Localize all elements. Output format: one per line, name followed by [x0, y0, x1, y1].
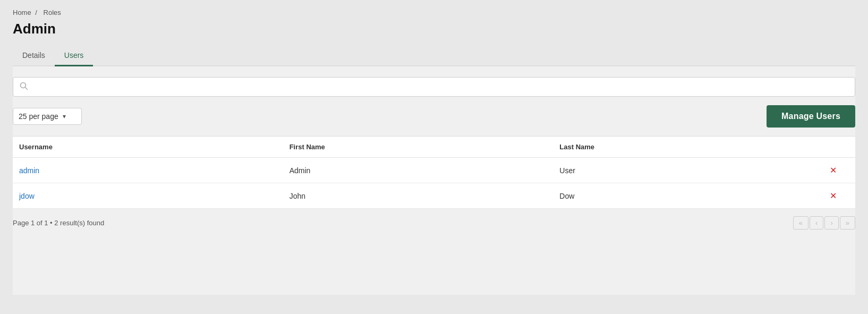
breadcrumb-home[interactable]: Home	[13, 9, 31, 16]
col-username: Username	[13, 143, 283, 151]
table-row: jdow John Dow ✕	[13, 183, 855, 209]
cell-first-name-2: John	[283, 192, 554, 200]
svg-line-1	[25, 88, 28, 90]
table-row: admin Admin User ✕	[13, 158, 855, 183]
col-first-name: First Name	[283, 143, 554, 151]
tabs-container: Details Users	[13, 46, 855, 66]
pagination-bar: Page 1 of 1 • 2 result(s) found « ‹ › »	[13, 209, 855, 237]
cell-username-1: admin	[13, 166, 283, 175]
remove-user-button-1[interactable]: ✕	[830, 165, 837, 175]
cell-action-1: ✕	[823, 165, 855, 175]
col-last-name: Last Name	[553, 143, 823, 151]
pagination-next-button[interactable]: ›	[824, 216, 838, 230]
search-icon	[20, 82, 28, 92]
tab-details[interactable]: Details	[13, 46, 55, 66]
manage-users-button[interactable]: Manage Users	[767, 105, 855, 128]
content-area: 25 per page ▾ Manage Users Username Firs…	[13, 66, 855, 295]
chevron-down-icon: ▾	[63, 113, 66, 120]
cell-last-name-2: Dow	[553, 192, 823, 200]
toolbar: 25 per page ▾ Manage Users	[13, 105, 855, 128]
breadcrumb-separator: /	[35, 9, 37, 16]
pagination-first-button[interactable]: «	[793, 216, 809, 230]
breadcrumb-current: Roles	[44, 9, 61, 16]
col-actions	[823, 143, 855, 151]
per-page-label: 25 per page	[19, 112, 58, 121]
user-link-admin[interactable]: admin	[19, 166, 39, 175]
table-header: Username First Name Last Name	[13, 137, 855, 158]
pagination-info: Page 1 of 1 • 2 result(s) found	[13, 219, 104, 227]
search-bar	[13, 77, 855, 97]
per-page-dropdown[interactable]: 25 per page ▾	[13, 108, 82, 125]
remove-user-button-2[interactable]: ✕	[830, 191, 837, 201]
cell-username-2: jdow	[13, 192, 283, 200]
pagination-controls: « ‹ › »	[793, 216, 855, 230]
user-link-jdow[interactable]: jdow	[19, 192, 35, 200]
tab-users[interactable]: Users	[55, 46, 93, 66]
pagination-last-button[interactable]: »	[840, 216, 855, 230]
users-table: Username First Name Last Name admin Admi…	[13, 136, 855, 209]
search-input[interactable]	[32, 83, 848, 91]
pagination-prev-button[interactable]: ‹	[810, 216, 823, 230]
cell-action-2: ✕	[823, 191, 855, 201]
page-wrapper: Home / Roles Admin Details Users	[0, 0, 868, 314]
breadcrumb: Home / Roles	[13, 9, 855, 16]
search-bar-wrapper	[13, 77, 855, 105]
page-title: Admin	[13, 21, 855, 37]
cell-first-name-1: Admin	[283, 166, 554, 175]
cell-last-name-1: User	[553, 166, 823, 175]
